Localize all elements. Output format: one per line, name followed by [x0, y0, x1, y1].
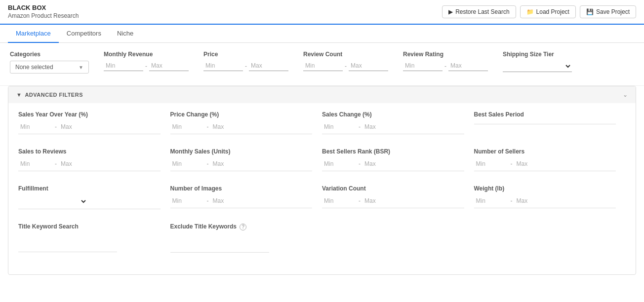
- number-of-sellers-label: Number of Sellers: [474, 148, 616, 155]
- monthly-revenue-max[interactable]: [149, 61, 189, 71]
- review-rating-sep: -: [444, 63, 446, 70]
- shipping-size-tier-filter-group: Shipping Size Tier Standard Oversize: [503, 51, 577, 72]
- monthly-revenue-filter-group: Monthly Revenue -: [104, 51, 189, 71]
- price-change-group: Price Change (%) -: [170, 111, 313, 134]
- tab-niche[interactable]: Niche: [109, 25, 141, 43]
- tab-marketplace[interactable]: Marketplace: [8, 25, 59, 43]
- price-max[interactable]: [249, 61, 288, 71]
- review-rating-max[interactable]: [448, 61, 488, 71]
- restore-last-search-button[interactable]: ▶ Restore Last Search: [442, 5, 516, 18]
- sales-to-reviews-group: Sales to Reviews -: [18, 148, 161, 171]
- variation-count-sep: -: [359, 197, 361, 204]
- sales-to-reviews-max[interactable]: [59, 159, 93, 169]
- filter-row: Categories None selected ▼ Monthly Reven…: [10, 51, 634, 77]
- review-count-min[interactable]: [303, 61, 343, 71]
- header-actions: ▶ Restore Last Search 📁 Load Project 💾 S…: [442, 5, 636, 18]
- review-count-max[interactable]: [349, 61, 388, 71]
- advanced-filters-title: ▼ ADVANCED FILTERS: [16, 92, 83, 98]
- brand: BLACK BOX Amazon Product Research: [8, 4, 79, 20]
- bsr-max[interactable]: [362, 159, 397, 169]
- advanced-filters-section: ▼ ADVANCED FILTERS ⌄ Sales Year Over Yea…: [8, 86, 636, 275]
- bsr-min[interactable]: [322, 159, 357, 169]
- sales-to-reviews-min[interactable]: [18, 159, 53, 169]
- weight-group: Weight (lb) -: [474, 185, 616, 209]
- advanced-row-2: Fulfillment FBA FBM Number of Images -: [18, 185, 626, 213]
- load-project-button[interactable]: 📁 Load Project: [520, 5, 576, 18]
- weight-min[interactable]: [474, 196, 509, 206]
- categories-value: None selected: [15, 64, 53, 71]
- advanced-filters-header[interactable]: ▼ ADVANCED FILTERS ⌄: [8, 86, 636, 103]
- main-filters: Categories None selected ▼ Monthly Reven…: [0, 43, 644, 86]
- review-count-filter-group: Review Count -: [303, 51, 388, 71]
- monthly-sales-units-label: Monthly Sales (Units): [170, 148, 313, 155]
- monthly-revenue-inputs: -: [104, 61, 189, 71]
- brand-name: BLACK BOX: [8, 4, 79, 12]
- price-inputs: -: [203, 61, 288, 71]
- monthly-revenue-label: Monthly Revenue: [104, 51, 189, 58]
- tab-competitors[interactable]: Competitors: [59, 25, 109, 43]
- price-min[interactable]: [203, 61, 243, 71]
- price-change-max[interactable]: [211, 122, 245, 132]
- load-icon: 📁: [526, 8, 534, 15]
- categories-dropdown[interactable]: None selected ▼: [10, 61, 89, 74]
- number-of-images-sep: -: [207, 197, 209, 204]
- review-count-sep: -: [345, 63, 347, 70]
- shipping-size-tier-label: Shipping Size Tier: [503, 51, 577, 58]
- sales-yoy-max[interactable]: [59, 122, 93, 132]
- review-rating-label: Review Rating: [403, 51, 488, 58]
- price-label: Price: [203, 51, 288, 58]
- categories-filter-group: Categories None selected ▼: [10, 51, 89, 74]
- adv-row3-placeholder-2: [474, 223, 616, 253]
- number-of-images-max[interactable]: [211, 196, 245, 206]
- weight-label: Weight (lb): [474, 185, 616, 192]
- monthly-sales-units-group: Monthly Sales (Units) -: [170, 148, 313, 171]
- bsr-inputs: -: [322, 159, 464, 171]
- categories-label: Categories: [10, 51, 89, 58]
- sales-to-reviews-inputs: -: [18, 159, 161, 171]
- number-of-sellers-max[interactable]: [515, 159, 549, 169]
- save-icon: 💾: [586, 8, 594, 15]
- monthly-sales-units-inputs: -: [170, 159, 313, 171]
- advanced-row-0: Sales Year Over Year (%) - Price Change …: [18, 111, 626, 138]
- title-keyword-search-label: Title Keyword Search: [18, 223, 161, 230]
- sales-yoy-min[interactable]: [18, 122, 53, 132]
- categories-arrow-icon: ▼: [79, 65, 83, 70]
- sales-change-min[interactable]: [322, 122, 357, 132]
- shipping-size-tier-select[interactable]: Standard Oversize: [503, 61, 572, 72]
- title-keyword-search-input[interactable]: [18, 242, 117, 252]
- number-of-images-label: Number of Images: [170, 185, 313, 192]
- number-of-sellers-min[interactable]: [474, 159, 509, 169]
- save-project-button[interactable]: 💾 Save Project: [580, 5, 636, 18]
- review-count-label: Review Count: [303, 51, 388, 58]
- sales-change-max[interactable]: [362, 122, 397, 132]
- sales-change-sep: -: [359, 123, 361, 130]
- exclude-title-keywords-help-icon[interactable]: ?: [240, 224, 246, 230]
- weight-max[interactable]: [515, 196, 549, 206]
- sales-yoy-inputs: -: [18, 122, 161, 134]
- advanced-filters-toggle-icon: ⌄: [623, 91, 628, 98]
- price-change-min[interactable]: [170, 122, 205, 132]
- monthly-sales-units-min[interactable]: [170, 159, 205, 169]
- variation-count-group: Variation Count -: [322, 185, 464, 209]
- price-change-inputs: -: [170, 122, 313, 134]
- exclude-title-keywords-input[interactable]: [170, 242, 269, 253]
- sales-yoy-sep: -: [55, 123, 57, 130]
- fulfillment-label: Fulfillment: [18, 185, 161, 192]
- fulfillment-select[interactable]: FBA FBM: [18, 196, 87, 207]
- title-keyword-search-group: Title Keyword Search: [18, 223, 161, 253]
- advanced-row-1: Sales to Reviews - Monthly Sales (Units)…: [18, 148, 626, 175]
- sales-change-label: Sales Change (%): [322, 111, 464, 118]
- sales-change-inputs: -: [322, 122, 464, 134]
- variation-count-max[interactable]: [362, 196, 397, 206]
- variation-count-label: Variation Count: [322, 185, 464, 192]
- monthly-revenue-sep: -: [145, 63, 147, 70]
- price-sep: -: [245, 63, 247, 70]
- number-of-sellers-group: Number of Sellers -: [474, 148, 616, 171]
- variation-count-min[interactable]: [322, 196, 357, 206]
- monthly-sales-units-max[interactable]: [211, 159, 245, 169]
- number-of-images-min[interactable]: [170, 196, 205, 206]
- sales-to-reviews-sep: -: [55, 160, 57, 167]
- monthly-revenue-min[interactable]: [104, 61, 143, 71]
- review-rating-min[interactable]: [403, 61, 443, 71]
- brand-subtitle: Amazon Product Research: [8, 12, 79, 20]
